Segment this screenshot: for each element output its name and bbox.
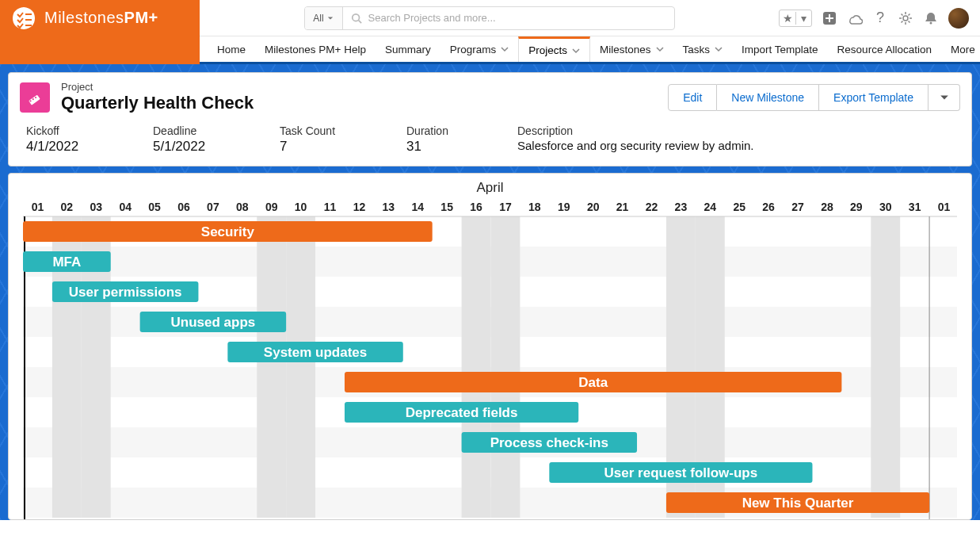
- gantt-bar-label: Process check-ins: [490, 435, 608, 450]
- svg-text:23: 23: [675, 201, 688, 213]
- nav-tab-label: Programs: [450, 44, 497, 55]
- nav-tab-programs[interactable]: Programs: [440, 36, 519, 62]
- svg-text:12: 12: [353, 201, 366, 213]
- svg-rect-30: [871, 216, 900, 518]
- chevron-down-icon: [572, 47, 580, 55]
- nav-tab-label: Import Template: [742, 44, 818, 55]
- gantt-bar-label: Data: [578, 375, 608, 390]
- meta-value: 5/1/2022: [153, 139, 272, 155]
- svg-text:13: 13: [383, 201, 395, 213]
- meta-label: Deadline: [153, 124, 272, 137]
- svg-text:20: 20: [587, 201, 600, 213]
- svg-text:15: 15: [440, 201, 453, 213]
- svg-text:18: 18: [528, 201, 541, 213]
- setup-gear-icon[interactable]: [898, 10, 913, 26]
- nav-tab-more[interactable]: More: [941, 36, 980, 62]
- svg-text:31: 31: [909, 201, 921, 213]
- search-icon: [351, 13, 362, 24]
- chevron-down-icon: [501, 45, 509, 53]
- svg-point-11: [35, 96, 36, 98]
- favorites-button[interactable]: ★▾: [779, 10, 812, 27]
- nav-tab-label: More: [951, 44, 975, 55]
- meta-label: Task Count: [280, 124, 398, 137]
- svg-rect-25: [286, 216, 315, 518]
- svg-text:16: 16: [470, 201, 482, 213]
- nav-tab-home[interactable]: Home: [208, 36, 255, 62]
- caret-down-icon: ▾: [795, 12, 811, 25]
- svg-text:21: 21: [616, 201, 629, 213]
- caret-down-icon: [327, 15, 334, 21]
- edit-button[interactable]: Edit: [668, 84, 717, 111]
- meta-label: Description: [517, 124, 954, 137]
- svg-text:30: 30: [879, 201, 892, 213]
- gantt-bar-label: Unused apps: [171, 315, 256, 330]
- user-avatar[interactable]: [948, 8, 969, 29]
- meta-value: 31: [406, 139, 509, 155]
- search-input[interactable]: [368, 12, 666, 24]
- svg-text:28: 28: [821, 201, 833, 213]
- nav-tab-label: Resource Allocation: [837, 44, 932, 55]
- meta-description: Description Salesforce and org security …: [517, 124, 954, 155]
- svg-text:22: 22: [646, 201, 658, 213]
- svg-text:03: 03: [90, 201, 102, 213]
- project-header-card: Project Quarterly Health Check Edit New …: [8, 72, 972, 166]
- nav-tab-summary[interactable]: Summary: [376, 36, 440, 62]
- svg-point-3: [352, 13, 359, 21]
- svg-point-10: [32, 98, 34, 100]
- meta-value: Salesforce and org security review by ad…: [517, 139, 954, 152]
- nav-tab-label: Projects: [528, 44, 567, 56]
- export-template-button[interactable]: Export Template: [819, 84, 929, 111]
- nav-tab-milestones[interactable]: Milestones: [590, 36, 673, 62]
- svg-text:25: 25: [733, 201, 745, 213]
- add-button[interactable]: [822, 10, 837, 26]
- nav-tab-milestones-pm-help[interactable]: Milestones PM+ Help: [255, 36, 376, 62]
- svg-text:07: 07: [207, 201, 219, 213]
- svg-text:24: 24: [704, 201, 717, 213]
- new-milestone-button[interactable]: New Milestone: [717, 84, 819, 111]
- svg-rect-24: [257, 216, 286, 518]
- meta-duration: Duration 31: [406, 124, 509, 155]
- brand-under: [0, 36, 200, 64]
- nav-tab-resource-allocation[interactable]: Resource Allocation: [828, 36, 941, 62]
- gantt-bar-label: User permissions: [69, 285, 182, 300]
- svg-text:14: 14: [411, 201, 424, 213]
- svg-text:27: 27: [791, 201, 804, 213]
- svg-text:19: 19: [558, 201, 570, 213]
- global-header: MilestonesPM+ All ★▾ ?: [0, 0, 980, 36]
- search-scope-picker[interactable]: All: [305, 7, 343, 29]
- gantt-chart: 0102030405060708091011121314151617181920…: [23, 199, 957, 519]
- svg-text:29: 29: [850, 201, 863, 213]
- record-type-label: Project: [61, 81, 657, 93]
- search-scope-label: All: [313, 13, 323, 24]
- search-box: All: [304, 6, 675, 30]
- svg-text:04: 04: [119, 201, 132, 213]
- nav-tab-tasks[interactable]: Tasks: [673, 36, 733, 62]
- meta-taskcount: Task Count 7: [280, 124, 398, 155]
- svg-text:05: 05: [148, 201, 161, 213]
- svg-point-6: [903, 16, 908, 21]
- gantt-viewport[interactable]: 0102030405060708091011121314151617181920…: [23, 199, 957, 519]
- help-icon[interactable]: ?: [872, 10, 888, 26]
- svg-rect-27: [491, 216, 521, 518]
- svg-text:26: 26: [762, 201, 775, 213]
- svg-rect-8: [29, 94, 40, 105]
- project-record-icon: [20, 82, 50, 113]
- svg-text:10: 10: [295, 201, 307, 213]
- salesforce-icon[interactable]: [847, 10, 863, 26]
- nav-tab-label: Milestones: [600, 44, 651, 55]
- nav-tab-label: Milestones PM+ Help: [265, 44, 366, 55]
- nav-tab-projects[interactable]: Projects: [518, 36, 590, 62]
- svg-line-4: [358, 20, 361, 23]
- gantt-month-label: April: [23, 178, 957, 199]
- notifications-bell-icon[interactable]: [923, 10, 939, 26]
- gantt-bar-label: System updates: [264, 345, 367, 360]
- nav-tab-label: Summary: [385, 44, 431, 55]
- star-icon: ★: [780, 12, 795, 25]
- svg-rect-26: [462, 216, 491, 518]
- nav-tab-import-template[interactable]: Import Template: [732, 36, 828, 62]
- more-actions-button[interactable]: [929, 84, 960, 111]
- meta-label: Duration: [406, 124, 509, 137]
- svg-text:09: 09: [265, 201, 278, 213]
- svg-text:17: 17: [499, 201, 512, 213]
- gantt-bar-label: Deprecated fields: [406, 405, 518, 420]
